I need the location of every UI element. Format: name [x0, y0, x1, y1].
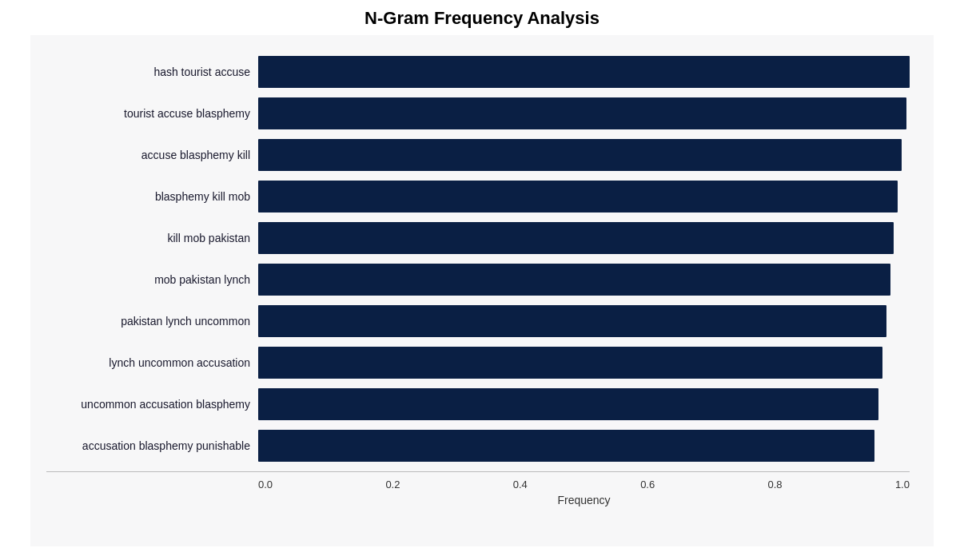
bar-label: lynch uncommon accusation — [46, 356, 258, 369]
x-axis-tick: 0.0 — [258, 479, 273, 490]
bar — [258, 181, 898, 212]
bar — [258, 305, 886, 337]
bar-row: blasphemy kill mob — [46, 176, 910, 217]
bar-label: pakistan lynch uncommon — [46, 315, 258, 328]
bar-row: accusation blasphemy punishable — [46, 425, 910, 467]
bar — [258, 388, 878, 420]
bar-label: accuse blasphemy kill — [46, 149, 258, 161]
bar-label: uncommon accusation blasphemy — [46, 398, 258, 411]
x-axis-tick: 0.2 — [385, 479, 400, 490]
x-axis-tick: 0.4 — [513, 479, 528, 490]
bar — [258, 56, 910, 88]
bar-row: hash tourist accuse — [46, 51, 910, 93]
bar-row: pakistan lynch uncommon — [46, 300, 910, 342]
bar-wrapper — [258, 181, 910, 212]
bar-wrapper — [258, 430, 910, 462]
bar — [258, 430, 874, 462]
bar-label: tourist accuse blasphemy — [46, 107, 258, 120]
x-axis-tick: 1.0 — [895, 479, 910, 490]
bar-label: blasphemy kill mob — [46, 190, 258, 203]
bar-row: mob pakistan lynch — [46, 259, 910, 300]
bar — [258, 264, 890, 296]
bar-wrapper — [258, 56, 910, 88]
bar-row: lynch uncommon accusation — [46, 342, 910, 383]
bar-wrapper — [258, 305, 910, 337]
x-axis-tick: 0.6 — [640, 479, 655, 490]
bar-label: hash tourist accuse — [46, 66, 258, 78]
bar-wrapper — [258, 347, 910, 379]
bar — [258, 139, 902, 171]
bar-wrapper — [258, 388, 910, 420]
bar — [258, 97, 906, 129]
x-axis-tick: 0.8 — [768, 479, 783, 490]
bars-area: hash tourist accusetourist accuse blasph… — [46, 51, 910, 467]
bar-wrapper — [258, 264, 910, 296]
bar-wrapper — [258, 139, 910, 171]
bar — [258, 347, 882, 379]
x-axis-label: Frequency — [258, 494, 910, 506]
bar-wrapper — [258, 97, 910, 129]
bar-label: kill mob pakistan — [46, 232, 258, 244]
bar — [258, 222, 894, 254]
bar-row: tourist accuse blasphemy — [46, 93, 910, 134]
bar-row: kill mob pakistan — [46, 217, 910, 259]
bar-row: accuse blasphemy kill — [46, 134, 910, 176]
bar-label: mob pakistan lynch — [46, 273, 258, 286]
chart-container: hash tourist accusetourist accuse blasph… — [30, 35, 934, 546]
bar-row: uncommon accusation blasphemy — [46, 383, 910, 425]
bar-wrapper — [258, 222, 910, 254]
bar-label: accusation blasphemy punishable — [46, 439, 258, 452]
chart-title: N-Gram Frequency Analysis — [364, 8, 600, 29]
